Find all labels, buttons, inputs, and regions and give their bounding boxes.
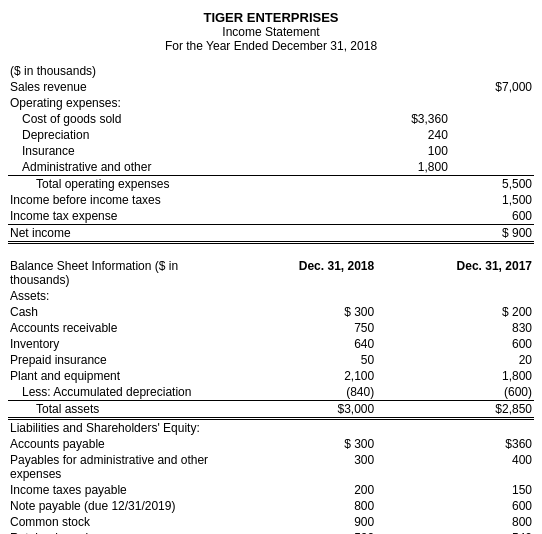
total-assets-val2: $2,850	[397, 401, 534, 419]
inventory-label: Inventory	[8, 336, 239, 352]
inventory-val1: 640	[260, 336, 376, 352]
note-payable-val1: 800	[260, 498, 376, 514]
prepaid-val2: 20	[397, 352, 534, 368]
income-before-value: 1,500	[450, 192, 534, 208]
accum-dep-label: Less: Accumulated depreciation	[8, 384, 239, 401]
ap-val2: $360	[397, 436, 534, 452]
total-operating-value: 5,500	[450, 176, 534, 193]
income-tax-value: 600	[450, 208, 534, 225]
ap-label: Accounts payable	[8, 436, 239, 452]
ar-val2: 830	[397, 320, 534, 336]
note-payable-val2: 600	[397, 498, 534, 514]
cash-label: Cash	[8, 304, 239, 320]
payables-admin-val1: 300	[260, 452, 376, 482]
retained-earnings-val1: 500	[260, 530, 376, 534]
total-operating-label: Total operating expenses	[8, 176, 282, 193]
retained-earnings-val2: 540	[397, 530, 534, 534]
admin-value: 1,800	[366, 159, 450, 176]
ar-label: Accounts receivable	[8, 320, 239, 336]
cash-val2: $ 200	[397, 304, 534, 320]
balance-sheet-section: Balance Sheet Information ($ in thousand…	[8, 258, 534, 534]
ap-val1: $ 300	[260, 436, 376, 452]
note-payable-label: Note payable (due 12/31/2019)	[8, 498, 239, 514]
ppe-label: Plant and equipment	[8, 368, 239, 384]
total-assets-val1: $3,000	[260, 401, 376, 419]
cogs-value: $3,360	[366, 111, 450, 127]
unit-note: ($ in thousands)	[8, 63, 282, 79]
statement-title: Income Statement	[8, 25, 534, 39]
liabilities-label: Liabilities and Shareholders' Equity:	[8, 419, 239, 437]
payables-admin-label: Payables for administrative and other ex…	[8, 452, 239, 482]
taxes-payable-val1: 200	[260, 482, 376, 498]
bs-col2-header: Dec. 31, 2017	[397, 258, 534, 288]
common-stock-val2: 800	[397, 514, 534, 530]
accum-dep-val1: (840)	[260, 384, 376, 401]
retained-earnings-label: Retained earnings	[8, 530, 239, 534]
ar-val1: 750	[260, 320, 376, 336]
assets-label: Assets:	[8, 288, 239, 304]
sales-revenue-label: Sales revenue	[8, 79, 282, 95]
common-stock-label: Common stock	[8, 514, 239, 530]
income-tax-label: Income tax expense	[8, 208, 282, 225]
sales-revenue-value: $7,000	[450, 79, 534, 95]
cogs-label: Cost of goods sold	[8, 111, 282, 127]
prepaid-val1: 50	[260, 352, 376, 368]
taxes-payable-label: Income taxes payable	[8, 482, 239, 498]
page-header: TIGER ENTERPRISES Income Statement For t…	[8, 10, 534, 53]
company-name: TIGER ENTERPRISES	[8, 10, 534, 25]
bs-title: Balance Sheet Information ($ in thousand…	[8, 258, 239, 288]
income-statement-section: ($ in thousands) Sales revenue $7,000 Op…	[8, 63, 534, 244]
net-income-value: $ 900	[450, 225, 534, 243]
cash-val1: $ 300	[260, 304, 376, 320]
taxes-payable-val2: 150	[397, 482, 534, 498]
prepaid-label: Prepaid insurance	[8, 352, 239, 368]
insurance-value: 100	[366, 143, 450, 159]
statement-period: For the Year Ended December 31, 2018	[8, 39, 534, 53]
admin-label: Administrative and other	[8, 159, 282, 176]
depreciation-value: 240	[366, 127, 450, 143]
payables-admin-val2: 400	[397, 452, 534, 482]
income-before-label: Income before income taxes	[8, 192, 282, 208]
total-assets-label: Total assets	[8, 401, 239, 419]
ppe-val1: 2,100	[260, 368, 376, 384]
common-stock-val1: 900	[260, 514, 376, 530]
depreciation-label: Depreciation	[8, 127, 282, 143]
net-income-label: Net income	[8, 225, 282, 243]
accum-dep-val2: (600)	[397, 384, 534, 401]
bs-col1-header: Dec. 31, 2018	[260, 258, 376, 288]
operating-expenses-label: Operating expenses:	[8, 95, 282, 111]
ppe-val2: 1,800	[397, 368, 534, 384]
insurance-label: Insurance	[8, 143, 282, 159]
inventory-val2: 600	[397, 336, 534, 352]
